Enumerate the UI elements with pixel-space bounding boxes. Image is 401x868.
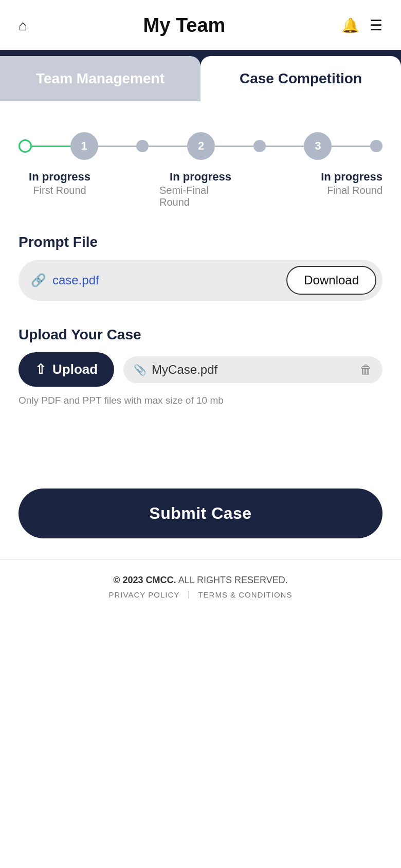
- step-start-circle: [19, 139, 32, 153]
- header-right-icons: 🔔 ☰: [341, 17, 382, 34]
- download-button[interactable]: Download: [286, 266, 376, 295]
- prompt-file-row: 🔗 case.pdf Download: [19, 260, 382, 301]
- stepper-labels: In progress First Round In progress Semi…: [19, 170, 382, 208]
- tabs-container: Team Management Case Competition: [0, 56, 401, 101]
- stepper: 1 2 3: [19, 122, 382, 234]
- step-dot-2: [253, 140, 266, 152]
- privacy-policy-link[interactable]: PRIVACY POLICY: [109, 590, 180, 599]
- uploaded-file-name: MyCase.pdf: [152, 363, 355, 377]
- step-1: 1: [70, 132, 98, 160]
- terms-link[interactable]: TERMS & CONDITIONS: [198, 590, 292, 599]
- step-start: [19, 139, 32, 153]
- step-3-label: In progress Final Round: [300, 170, 382, 208]
- stepper-track: 1 2 3: [19, 132, 382, 160]
- delete-file-icon[interactable]: 🗑: [360, 363, 372, 377]
- footer-divider: |: [188, 590, 190, 599]
- upload-button[interactable]: ⇧ Upload: [19, 352, 114, 387]
- step-3-circle: 3: [304, 132, 332, 160]
- app-header: ⌂ My Team 🔔 ☰: [0, 0, 401, 50]
- step-line-1: [32, 146, 70, 147]
- step-line-5: [266, 146, 304, 147]
- submit-case-button[interactable]: Submit Case: [19, 489, 382, 538]
- step-dot-1: [136, 140, 149, 152]
- upload-icon: ⇧: [35, 361, 46, 377]
- step-2-circle: 2: [187, 132, 215, 160]
- menu-icon[interactable]: ☰: [370, 17, 382, 34]
- step-1-label: In progress First Round: [19, 170, 101, 208]
- uploaded-file-pill: 📎 MyCase.pdf 🗑: [123, 356, 382, 383]
- footer-copyright: © 2023 CMCC. ALL RIGHTS RESERVED.: [19, 575, 382, 586]
- step-line-2: [98, 146, 137, 147]
- step-line-6: [332, 146, 370, 147]
- footer: © 2023 CMCC. ALL RIGHTS RESERVED. PRIVAC…: [0, 559, 401, 614]
- prompt-file-title: Prompt File: [19, 234, 382, 250]
- upload-row: ⇧ Upload 📎 MyCase.pdf 🗑: [19, 352, 382, 387]
- page-title: My Team: [143, 14, 226, 37]
- submit-btn-container: Submit Case: [0, 489, 401, 559]
- step-2-label: In progress Semi-Final Round: [159, 170, 242, 208]
- step-line-3: [149, 146, 187, 147]
- step-1-circle: 1: [70, 132, 98, 160]
- prompt-file-section: Prompt File 🔗 case.pdf Download: [19, 234, 382, 301]
- upload-section: Upload Your Case ⇧ Upload 📎 MyCase.pdf 🗑…: [19, 327, 382, 406]
- upload-hint: Only PDF and PPT files with max size of …: [19, 395, 382, 406]
- step-end-dot: [370, 140, 382, 152]
- bell-icon[interactable]: 🔔: [341, 17, 359, 34]
- main-content: 1 2 3: [0, 101, 401, 406]
- tab-team-management[interactable]: Team Management: [0, 56, 200, 101]
- spacer: [0, 427, 401, 489]
- home-icon[interactable]: ⌂: [19, 17, 27, 34]
- uploaded-paperclip-icon: 📎: [134, 364, 147, 376]
- step-3: 3: [304, 132, 332, 160]
- tab-case-competition[interactable]: Case Competition: [200, 56, 401, 101]
- step-line-4: [215, 146, 253, 147]
- nav-bar: [0, 50, 401, 56]
- file-name-area: 🔗 case.pdf: [31, 273, 286, 287]
- prompt-file-name: case.pdf: [52, 273, 99, 287]
- footer-links: PRIVACY POLICY | TERMS & CONDITIONS: [19, 590, 382, 599]
- upload-title: Upload Your Case: [19, 327, 382, 343]
- paperclip-icon: 🔗: [31, 273, 46, 287]
- step-2: 2: [187, 132, 215, 160]
